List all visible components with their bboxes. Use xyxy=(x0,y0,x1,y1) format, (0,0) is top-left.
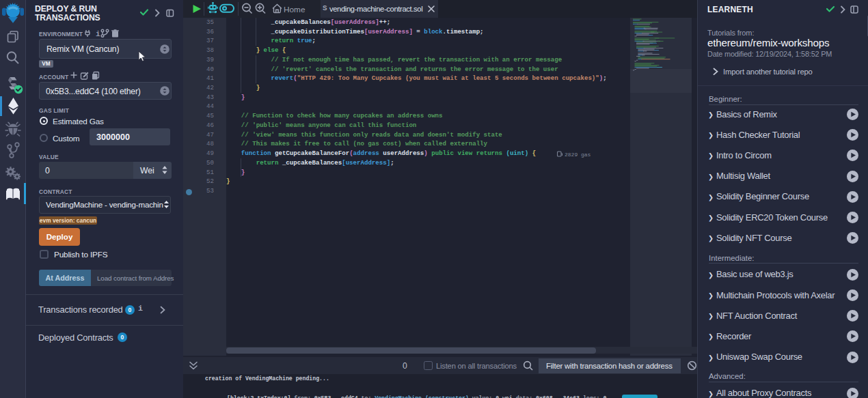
svg-text:i: i xyxy=(96,30,100,38)
